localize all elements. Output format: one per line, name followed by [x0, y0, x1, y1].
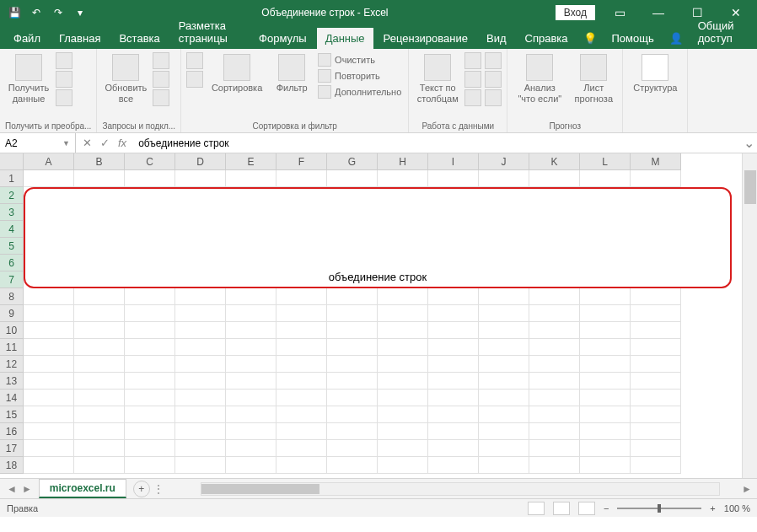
- cell[interactable]: [327, 423, 378, 440]
- cell[interactable]: [74, 423, 125, 440]
- cell[interactable]: [529, 406, 580, 423]
- cell[interactable]: [226, 305, 276, 322]
- vscroll-thumb[interactable]: [744, 170, 756, 204]
- column-header[interactable]: F: [276, 153, 327, 170]
- row-header[interactable]: 16: [0, 423, 24, 440]
- cell[interactable]: [74, 373, 125, 390]
- cell[interactable]: [276, 322, 327, 339]
- cell[interactable]: [276, 390, 327, 406]
- cell[interactable]: [327, 170, 378, 187]
- save-icon[interactable]: 💾: [7, 5, 22, 20]
- cell[interactable]: [428, 373, 479, 390]
- cell[interactable]: [479, 305, 529, 322]
- cell[interactable]: [378, 390, 428, 406]
- cell[interactable]: [428, 288, 479, 305]
- cell[interactable]: [74, 288, 125, 305]
- undo-icon[interactable]: ↶: [29, 5, 44, 20]
- cell[interactable]: [580, 440, 631, 457]
- tab-home[interactable]: Главная: [51, 28, 109, 49]
- name-box[interactable]: A2▼: [0, 133, 76, 153]
- cell[interactable]: [276, 457, 327, 474]
- cell[interactable]: [74, 339, 125, 356]
- cancel-formula-icon[interactable]: ✕: [83, 137, 92, 149]
- cell[interactable]: [74, 457, 125, 474]
- cell[interactable]: [580, 390, 631, 406]
- edit-links-button[interactable]: [153, 89, 169, 106]
- cell[interactable]: [529, 440, 580, 457]
- row-header[interactable]: 11: [0, 339, 24, 356]
- merged-cell[interactable]: объединение строк: [24, 187, 732, 288]
- tab-view[interactable]: Вид: [478, 28, 515, 49]
- cell[interactable]: [226, 170, 276, 187]
- cell[interactable]: [74, 305, 125, 322]
- cell[interactable]: [428, 356, 479, 373]
- queries-button[interactable]: [153, 52, 169, 69]
- from-web-button[interactable]: [56, 71, 72, 88]
- row-header[interactable]: 10: [0, 322, 24, 339]
- cell[interactable]: [226, 390, 276, 406]
- cell[interactable]: [24, 457, 74, 474]
- cell[interactable]: [175, 390, 226, 406]
- tab-formulas[interactable]: Формулы: [250, 28, 315, 49]
- cell[interactable]: [327, 390, 378, 406]
- cell[interactable]: [580, 305, 631, 322]
- cell[interactable]: [327, 288, 378, 305]
- cell[interactable]: [529, 170, 580, 187]
- cell[interactable]: [276, 423, 327, 440]
- cell[interactable]: [226, 423, 276, 440]
- relationships-button[interactable]: [485, 71, 502, 88]
- cell[interactable]: [125, 170, 175, 187]
- cell[interactable]: [327, 339, 378, 356]
- cell[interactable]: [631, 457, 681, 474]
- cell[interactable]: [327, 406, 378, 423]
- cell[interactable]: [327, 322, 378, 339]
- cell[interactable]: [378, 440, 428, 457]
- cell[interactable]: [175, 440, 226, 457]
- cell[interactable]: [226, 356, 276, 373]
- row-header[interactable]: 6: [0, 255, 24, 271]
- cell[interactable]: [24, 170, 74, 187]
- cell[interactable]: [276, 339, 327, 356]
- formula-input[interactable]: [133, 133, 740, 153]
- hscroll-right-icon[interactable]: ►: [737, 483, 757, 495]
- cell[interactable]: [276, 305, 327, 322]
- cell[interactable]: [125, 440, 175, 457]
- column-header[interactable]: C: [125, 153, 175, 170]
- sort-button[interactable]: Сортировка: [207, 52, 267, 95]
- cell[interactable]: [276, 440, 327, 457]
- tab-data[interactable]: Данные: [317, 28, 373, 49]
- name-box-dropdown-icon[interactable]: ▼: [62, 139, 70, 148]
- cell[interactable]: [580, 373, 631, 390]
- remove-dup-button[interactable]: [464, 71, 481, 88]
- minimize-icon[interactable]: —: [644, 0, 673, 25]
- cell[interactable]: [428, 339, 479, 356]
- accept-formula-icon[interactable]: ✓: [100, 137, 110, 149]
- zoom-in-icon[interactable]: +: [710, 503, 715, 513]
- zoom-slider[interactable]: [617, 508, 701, 509]
- cell[interactable]: [24, 356, 74, 373]
- page-break-button[interactable]: [578, 502, 595, 515]
- cell[interactable]: [24, 288, 74, 305]
- sheet-nav-next-icon[interactable]: ►: [22, 483, 32, 495]
- column-header[interactable]: M: [631, 153, 681, 170]
- row-header[interactable]: 8: [0, 288, 24, 305]
- cell[interactable]: [125, 322, 175, 339]
- outline-button[interactable]: Структура: [628, 52, 682, 95]
- row-header[interactable]: 1: [0, 170, 24, 187]
- add-sheet-button[interactable]: +: [133, 481, 150, 497]
- cell[interactable]: [631, 440, 681, 457]
- sheet-nav-prev-icon[interactable]: ◄: [7, 483, 17, 495]
- cell[interactable]: [479, 373, 529, 390]
- advanced-filter-button[interactable]: Дополнительно: [316, 84, 403, 99]
- cell[interactable]: [529, 423, 580, 440]
- select-all-corner[interactable]: [0, 153, 24, 170]
- cell[interactable]: [24, 390, 74, 406]
- cell[interactable]: [378, 322, 428, 339]
- cell[interactable]: [580, 339, 631, 356]
- cell[interactable]: [479, 339, 529, 356]
- cell[interactable]: [327, 305, 378, 322]
- cell[interactable]: [428, 390, 479, 406]
- normal-view-button[interactable]: [528, 502, 545, 515]
- cell[interactable]: [529, 339, 580, 356]
- cell[interactable]: [428, 457, 479, 474]
